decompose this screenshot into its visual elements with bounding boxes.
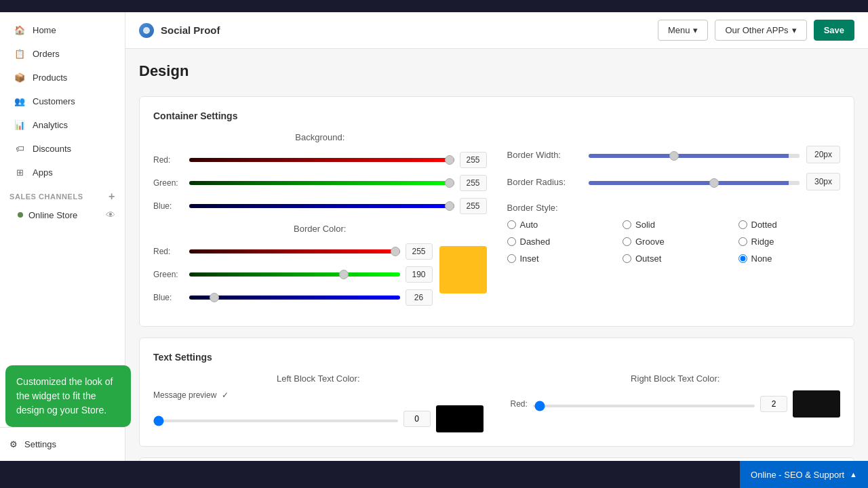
border-style-solid[interactable]: Solid — [623, 220, 725, 230]
online-store-label: Online Store — [28, 210, 77, 220]
expand-icon: ▲ — [850, 470, 857, 479]
border-style-section: Border Style: Auto Solid — [507, 203, 841, 264]
border-width-label: Border Width: — [507, 150, 582, 160]
sidebar-label-discounts: Discounts — [33, 144, 71, 154]
border-style-outset[interactable]: Outset — [623, 253, 725, 264]
border-style-grid: Auto Solid Dotted — [507, 220, 841, 264]
sidebar-item-online-store[interactable]: Online Store 👁 — [0, 205, 125, 225]
sidebar-item-analytics[interactable]: 📊 Analytics — [4, 113, 121, 136]
border-style-dashed[interactable]: Dashed — [507, 237, 610, 247]
add-sales-channel-button[interactable]: + — [108, 191, 115, 202]
left-block-label: Left Block Text Color: — [153, 373, 484, 384]
sidebar-label-customers: Customers — [33, 96, 75, 106]
border-params: Border Width: 20px Border Radius: — [507, 132, 841, 264]
sidebar-item-products[interactable]: 📦 Products — [4, 66, 121, 89]
border-radius-value: 30px — [806, 173, 840, 190]
other-apps-label: Our Other APPs — [725, 25, 788, 35]
border-style-auto[interactable]: Auto — [507, 220, 610, 230]
sales-channels-label: SALES CHANNELS — [9, 192, 83, 201]
app-logo — [139, 23, 154, 38]
border-style-radio-dashed[interactable] — [507, 237, 516, 246]
settings-label: Settings — [24, 439, 56, 449]
bg-blue-slider[interactable] — [189, 202, 454, 210]
border-style-radio-outset[interactable] — [623, 254, 631, 263]
menu-label: Menu — [668, 25, 690, 35]
bc-blue-track — [189, 293, 400, 302]
other-apps-button[interactable]: Our Other APPs ▾ — [715, 20, 806, 41]
right-red-slider[interactable] — [533, 405, 755, 407]
right-text-preview — [793, 390, 840, 418]
bg-red-row: Red: 255 — [153, 152, 487, 168]
border-style-radio-ridge[interactable] — [738, 237, 747, 246]
left-sliders: Background: Red: 255 Green: — [153, 132, 487, 312]
text-section-title: Text Settings — [153, 352, 840, 363]
right-red-slider-row: Red: 2 — [511, 390, 841, 418]
sidebar-item-customers[interactable]: 👥 Customers — [4, 89, 121, 113]
sidebar-label-products: Products — [33, 73, 67, 83]
border-style-radio-solid[interactable] — [623, 220, 631, 229]
sidebar-item-apps[interactable]: ⊞ Apps — [4, 161, 121, 184]
border-style-dotted[interactable]: Dotted — [738, 220, 841, 230]
sidebar-label-home: Home — [33, 25, 56, 35]
settings-icon: ⚙ — [9, 439, 18, 449]
bg-green-track — [189, 179, 454, 187]
menu-chevron-icon: ▾ — [693, 25, 698, 35]
border-radius-row: Border Radius: 30px — [507, 173, 841, 190]
sidebar-label-analytics: Analytics — [33, 120, 68, 130]
sidebar-item-home[interactable]: 🏠 Home — [4, 18, 121, 41]
border-radius-slider-wrap — [589, 177, 800, 187]
left-red-slider[interactable] — [153, 420, 398, 422]
border-style-ridge[interactable]: Ridge — [738, 237, 841, 247]
bg-green-label: Green: — [153, 178, 184, 188]
msg-preview-row: Message preview ✓ — [153, 390, 484, 400]
container-section-title: Container Settings — [153, 110, 840, 121]
sidebar-item-discounts[interactable]: 🏷 Discounts — [4, 137, 121, 160]
sidebar-footer: ⚙ Settings — [0, 427, 125, 461]
menu-button[interactable]: Menu ▾ — [658, 20, 709, 41]
left-text-preview — [436, 405, 484, 432]
border-radius-slider[interactable] — [589, 181, 800, 185]
bg-red-track — [189, 156, 454, 164]
green-tooltip: Customized the look of the widget to fit… — [5, 365, 131, 427]
analytics-icon: 📊 — [14, 119, 26, 131]
bg-red-slider[interactable] — [189, 156, 454, 164]
bc-green-slider[interactable] — [189, 270, 400, 279]
right-red-value: 2 — [760, 396, 787, 412]
bc-red-label: Red: — [153, 247, 184, 256]
border-width-slider-wrap — [589, 150, 800, 160]
bc-red-value: 255 — [406, 243, 433, 260]
bc-green-label: Green: — [153, 270, 184, 279]
bc-blue-slider[interactable] — [189, 293, 400, 302]
border-color-label: Border Color: — [153, 224, 487, 234]
bc-red-row: Red: 255 — [153, 243, 433, 260]
border-style-radio-auto[interactable] — [507, 220, 516, 229]
border-width-row: Border Width: 20px — [507, 146, 841, 163]
left-red-slider-row: 0 — [153, 405, 484, 432]
seo-support-button[interactable]: Online - SEO & Support ▲ — [740, 461, 868, 488]
right-block-label: Right Block Text Color: — [511, 373, 841, 384]
right-red-label: Red: — [511, 399, 528, 409]
border-style-radio-inset[interactable] — [507, 254, 516, 263]
products-icon: 📦 — [14, 71, 26, 83]
border-settings: Border Width: 20px Border Radius: — [507, 132, 841, 312]
border-style-radio-dotted[interactable] — [738, 220, 747, 229]
right-text-color-section: Right Block Text Color: Red: 2 — [511, 373, 841, 418]
bg-green-row: Green: 255 — [153, 175, 487, 191]
border-width-slider[interactable] — [589, 154, 800, 158]
sidebar-item-orders[interactable]: 📋 Orders — [4, 42, 121, 65]
bg-blue-value: 255 — [460, 198, 487, 214]
save-button[interactable]: Save — [814, 20, 854, 41]
bg-green-slider[interactable] — [189, 179, 454, 187]
left-text-color-section: Left Block Text Color: Message preview ✓… — [153, 373, 484, 432]
border-style-radio-none[interactable] — [738, 254, 747, 263]
bg-blue-row: Blue: 255 — [153, 198, 487, 214]
bc-red-slider[interactable] — [189, 247, 400, 256]
discounts-icon: 🏷 — [14, 142, 26, 155]
border-style-groove[interactable]: Groove — [623, 237, 725, 247]
border-style-none[interactable]: None — [738, 253, 841, 264]
border-style-radio-groove[interactable] — [623, 237, 631, 246]
bottom-bar: Online - SEO & Support ▲ — [0, 461, 868, 488]
bg-blue-track — [189, 202, 454, 210]
settings-item[interactable]: ⚙ Settings — [9, 434, 115, 454]
border-style-inset[interactable]: Inset — [507, 253, 610, 264]
